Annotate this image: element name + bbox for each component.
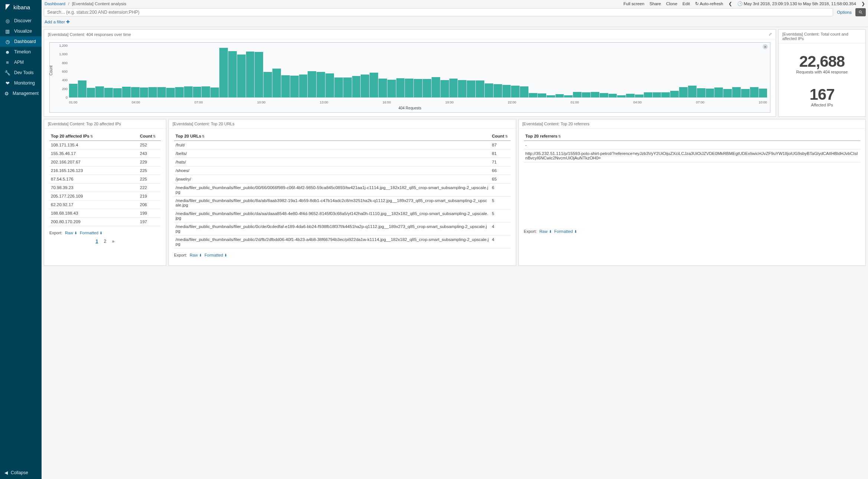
time-next[interactable]: ❯ — [861, 1, 865, 6]
col-count[interactable]: Count⇅ — [138, 132, 161, 141]
table-row[interactable]: /belts/81 — [174, 149, 511, 158]
compass-icon: ◎ — [4, 18, 10, 24]
chart-xlabel: 404 Requests — [50, 106, 770, 110]
page-2[interactable]: 2 — [104, 239, 107, 244]
main: Dashboard / [Eventdata] Content analysis… — [42, 0, 868, 479]
search-input[interactable] — [44, 8, 833, 16]
timerange[interactable]: 🕒 May 3rd 2018, 23:09:19.130 to May 5th … — [737, 1, 856, 6]
table-row[interactable]: /hats/71 — [174, 158, 511, 166]
pager-ips: 1 2 » — [49, 239, 161, 244]
chart-ylabel: Count — [49, 66, 53, 76]
top-actions: Full screen Share Clone Edit ↻ Auto-refr… — [623, 1, 865, 6]
col-count[interactable]: Count⇅ — [491, 132, 511, 141]
sidebar: kibana ◎Discover ▥Visualize ◷Dashboard ☻… — [0, 0, 42, 479]
table-row[interactable]: 200.80.170.209197 — [49, 218, 161, 226]
export-raw[interactable]: Raw ⬇ — [190, 253, 202, 257]
table-row[interactable]: /media/filer_public_thumbnails/filer_pub… — [174, 235, 511, 248]
table-row[interactable]: 87.54.5.176225 — [49, 175, 161, 184]
table-row[interactable]: 188.68.188.43199 — [49, 209, 161, 218]
table-row[interactable]: 108.171.135.4252 — [49, 141, 161, 149]
gauge-icon: ◷ — [4, 39, 10, 44]
search-button[interactable] — [855, 8, 866, 16]
table-row[interactable]: 216.165.126.123225 — [49, 166, 161, 175]
table-urls: Top 20 URLs⇅ Count⇅ /fruit/87/belts/81/h… — [174, 132, 511, 248]
nav-discover[interactable]: ◎Discover — [0, 16, 42, 26]
heart-icon: ❤ — [4, 80, 10, 86]
export-formatted[interactable]: Formatted ⬇ — [80, 231, 102, 235]
kibana-logo-icon — [4, 4, 11, 10]
table-row[interactable]: http://35.232.51.111/p/15593-polo-shirt-… — [524, 149, 861, 162]
col-url[interactable]: Top 20 URLs⇅ — [174, 132, 491, 141]
nav-devtools[interactable]: 🔧Dev Tools — [0, 67, 42, 78]
topbar: Dashboard / [Eventdata] Content analysis… — [42, 0, 868, 7]
nav-visualize[interactable]: ▥Visualize — [0, 26, 42, 36]
table-row[interactable]: 62.20.92.17206 — [49, 201, 161, 209]
export-ips: Export: Raw ⬇ Formatted ⬇ — [49, 231, 161, 235]
filter-row: Add a filter ✚ — [42, 18, 868, 27]
table-row[interactable]: 70.98.39.23222 — [49, 184, 161, 192]
apm-icon: ≡ — [4, 59, 10, 65]
autorefresh-button[interactable]: ↻ Auto-refresh — [695, 1, 723, 6]
wrench-icon: 🔧 — [4, 70, 10, 76]
add-filter-button[interactable]: Add a filter ✚ — [45, 20, 70, 24]
col-ip[interactable]: Top 20 affected IPs⇅ — [49, 132, 138, 141]
brand-text: kibana — [13, 4, 30, 10]
panel-top-urls: [Eventdata] Content: Top 20 URLs Top 20 … — [168, 119, 516, 266]
table-row[interactable]: /jewelry/65 — [174, 175, 511, 184]
fullscreen-button[interactable]: Full screen — [623, 1, 644, 6]
breadcrumb-root[interactable]: Dashboard — [45, 1, 65, 6]
nav-apm[interactable]: ≡APM — [0, 57, 42, 67]
col-referrer[interactable]: Top 20 referrers⇅ — [524, 132, 861, 141]
export-raw[interactable]: Raw ⬇ — [539, 229, 551, 234]
share-button[interactable]: Share — [649, 1, 661, 6]
breadcrumb: Dashboard / [Eventdata] Content analysis — [45, 1, 126, 6]
clone-button[interactable]: Clone — [666, 1, 677, 6]
panel-title: [Eventdata] Content: Top 20 affected IPs — [48, 122, 121, 126]
table-row[interactable]: /media/filer_public_thumbnails/filer_pub… — [174, 209, 511, 222]
table-refs: Top 20 referrers⇅ -http://35.232.51.111/… — [524, 132, 861, 162]
time-prev[interactable]: ❮ — [728, 1, 732, 6]
panel-metrics: [Eventdata] Content: Total count and aff… — [778, 29, 866, 117]
panel-title: [Eventdata] Content: Top 20 URLs — [173, 122, 235, 126]
panel-404-over-time: [Eventdata] Content: 404 responses over … — [44, 29, 776, 117]
chart-xaxis: 01:0004:0007:0010:0013:0016:0019:0022:00… — [69, 100, 767, 104]
table-row[interactable]: /shoes/66 — [174, 166, 511, 175]
table-row[interactable]: /media/filer_public_thumbnails/filer_pub… — [174, 222, 511, 235]
table-row[interactable]: /media/filer_public_thumbnails/filer_pub… — [174, 196, 511, 209]
table-row[interactable]: 202.166.207.67229 — [49, 158, 161, 166]
breadcrumb-current: [Eventdata] Content analysis — [72, 1, 126, 6]
chart-404[interactable]: ✕ Count 02004006008001,0001,200 01:0004:… — [49, 42, 770, 113]
table-row[interactable]: 205.177.226.109219 — [49, 192, 161, 201]
search-row: Options — [42, 7, 868, 18]
nav: ◎Discover ▥Visualize ◷Dashboard ☻Timelio… — [0, 16, 42, 99]
chart-bars — [69, 46, 767, 98]
export-formatted[interactable]: Formatted ⬇ — [554, 229, 577, 234]
page-1[interactable]: 1 — [96, 239, 98, 244]
svg-point-0 — [859, 11, 861, 13]
panel-expand-icon[interactable]: ⤢ — [769, 32, 772, 37]
options-link[interactable]: Options — [835, 10, 853, 14]
table-row[interactable]: 155.35.46.17243 — [49, 149, 161, 158]
export-formatted[interactable]: Formatted ⬇ — [204, 253, 227, 257]
page-next[interactable]: » — [112, 239, 115, 244]
nav-dashboard[interactable]: ◷Dashboard — [0, 36, 42, 47]
search-icon — [858, 10, 863, 14]
edit-button[interactable]: Edit — [682, 1, 690, 6]
export-raw[interactable]: Raw ⬇ — [65, 231, 77, 235]
dashboard-grid: [Eventdata] Content: 404 responses over … — [42, 27, 868, 479]
nav-monitoring[interactable]: ❤Monitoring — [0, 78, 42, 88]
table-row[interactable]: /fruit/87 — [174, 141, 511, 149]
sidebar-collapse[interactable]: ◀ Collapse — [0, 466, 42, 479]
nav-timelion[interactable]: ☻Timelion — [0, 47, 42, 57]
badge-icon: ☻ — [4, 49, 10, 55]
nav-management[interactable]: ⚙Management — [0, 88, 42, 99]
gear-icon: ⚙ — [4, 90, 9, 96]
panel-title: [Eventdata] Content: Top 20 referrers — [523, 122, 590, 126]
table-row[interactable]: /media/filer_public_thumbnails/filer_pub… — [174, 184, 511, 196]
export-urls: Export: Raw ⬇ Formatted ⬇ — [174, 253, 511, 257]
svg-line-1 — [861, 13, 862, 14]
panel-title: [Eventdata] Content: Total count and aff… — [782, 32, 862, 41]
metric-requests: 22,688 Requests with 404 response — [796, 53, 848, 74]
table-ips: Top 20 affected IPs⇅ Count⇅ 108.171.135.… — [49, 132, 161, 226]
table-row[interactable]: - — [524, 141, 861, 149]
